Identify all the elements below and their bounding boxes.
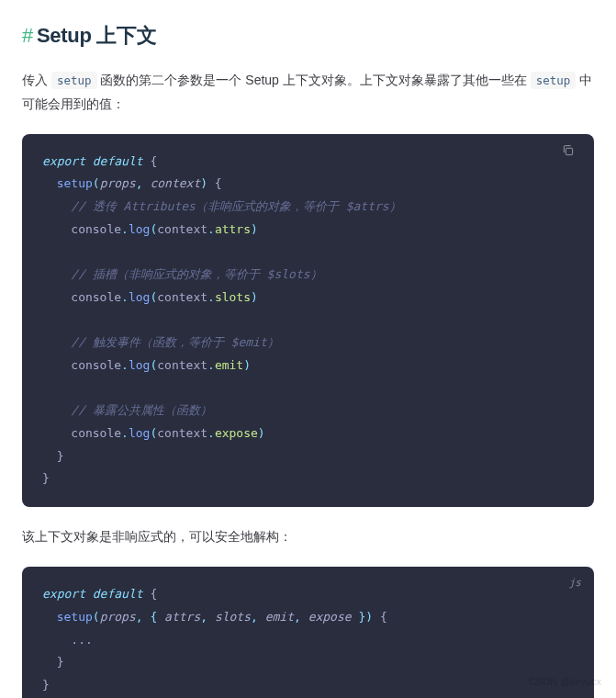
code-block-2: js export default { setup(props, { attrs… [22,567,594,698]
paragraph-2: 该上下文对象是非响应式的，可以安全地解构： [22,525,594,548]
page-heading: #Setup 上下文 [22,18,594,52]
heading-text: Setup 上下文 [37,24,157,47]
code-block-1: export default { setup(props, context) {… [22,134,594,507]
text: 传入 [22,73,51,87]
inline-code-setup: setup [531,72,577,89]
paragraph-1: 传入 setup 函数的第二个参数是一个 Setup 上下文对象。上下文对象暴露… [22,69,594,115]
inline-code-setup: setup [51,72,97,89]
code-content: export default { setup(props, { attrs, s… [42,583,574,696]
text: 函数的第二个参数是一个 Setup 上下文对象。上下文对象暴露了其他一些在 [97,73,531,87]
language-label: js [569,574,581,593]
copy-icon[interactable] [561,143,583,165]
code-content: export default { setup(props, context) {… [42,151,574,490]
svg-rect-0 [566,148,572,154]
heading-hash-icon: # [22,24,33,47]
